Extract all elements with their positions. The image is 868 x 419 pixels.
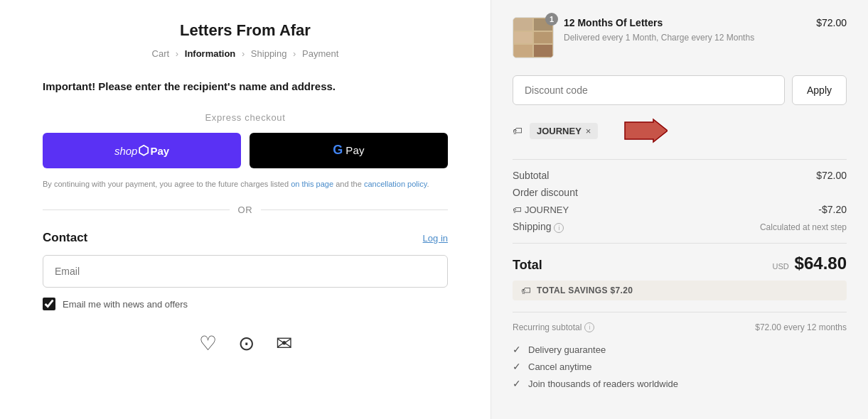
shop-pay-button[interactable]: shop⬡Pay	[43, 133, 241, 168]
discount-input[interactable]	[513, 75, 785, 105]
discount-code-line: 🏷 JOURNEY -$7.20	[513, 204, 847, 215]
subtotal-line: Subtotal $72.00	[513, 170, 847, 181]
divider-1	[513, 159, 847, 160]
discount-tag-icon-small: 🏷	[513, 205, 522, 215]
terms-link[interactable]: on this page	[291, 180, 333, 188]
express-checkout-label: Express checkout	[43, 112, 448, 123]
checkbox-row: Email me with news and offers	[43, 298, 448, 310]
news-checkbox-label: Email me with news and offers	[63, 299, 188, 310]
svg-marker-0	[625, 119, 668, 142]
store-title: Letters From Afar	[43, 21, 448, 40]
breadcrumb-sep-2: ›	[242, 48, 245, 59]
important-notice: Important! Please enter the recipient's …	[43, 79, 448, 95]
icons-row: ♡ ⊙ ✉	[43, 332, 448, 355]
total-value-group: USD $64.80	[772, 254, 847, 273]
guarantee-readers: ✓ Join thousands of readers worldwide	[513, 378, 847, 389]
order-discount-label: Order discount	[513, 187, 578, 198]
product-image-wrap: 1	[513, 17, 554, 58]
breadcrumb-payment[interactable]: Payment	[302, 48, 338, 59]
subtotal-label: Subtotal	[513, 170, 549, 181]
guarantee-delivery-text: Delivery guarantee	[528, 344, 606, 355]
divider-2	[513, 243, 847, 244]
terms-text: By continuing with your payment, you agr…	[43, 178, 448, 191]
cancellation-link[interactable]: cancellation policy	[364, 180, 427, 188]
breadcrumb-sep-1: ›	[176, 48, 178, 59]
breadcrumb-shipping[interactable]: Shipping	[251, 48, 287, 59]
code-badge: JOURNEY ×	[530, 123, 598, 139]
applied-code-text: JOURNEY	[537, 126, 582, 136]
discount-code-name: JOURNEY	[525, 205, 569, 215]
heart-icon: ♡	[199, 332, 217, 355]
subtotal-value: $72.00	[816, 170, 847, 181]
guarantee-readers-text: Join thousands of readers worldwide	[528, 379, 678, 389]
recurring-label: Recurring subtotal i	[513, 322, 594, 332]
remove-code-button[interactable]: ×	[586, 126, 591, 136]
contact-label: Contact	[43, 231, 87, 245]
shop-pay-logo: shop⬡Pay	[114, 143, 169, 158]
product-meta: Delivered every 1 Month, Charge every 12…	[564, 31, 806, 44]
contact-header: Contact Log in	[43, 231, 448, 245]
email-input[interactable]	[43, 255, 448, 288]
breadcrumb: Cart › Information › Shipping › Payment	[43, 48, 448, 59]
check-cancel-icon: ✓	[513, 361, 521, 372]
breadcrumb-information: Information	[185, 48, 236, 59]
applied-code-row: 🏷 JOURNEY ×	[513, 116, 847, 145]
recurring-info-icon[interactable]: i	[584, 322, 594, 332]
savings-text: TOTAL SAVINGS $7.20	[537, 285, 633, 295]
total-line: Total USD $64.80	[513, 254, 847, 273]
google-pay-button[interactable]: G Pay	[250, 133, 448, 168]
check-readers-icon: ✓	[513, 378, 521, 389]
shipping-line: Shipping i Calculated at next step	[513, 221, 847, 233]
left-panel: Letters From Afar Cart › Information › S…	[0, 0, 491, 419]
express-buttons: shop⬡Pay G Pay	[43, 133, 448, 168]
smiley-icon: ⊙	[238, 332, 254, 355]
guarantee-cancel-text: Cancel anytime	[528, 361, 592, 372]
product-name: 12 Months Of Letters	[564, 17, 806, 28]
img-cell-1	[513, 18, 533, 31]
arrow-annotation	[611, 116, 668, 145]
savings-tag-icon: 🏷	[521, 285, 531, 296]
product-row: 1 12 Months Of Letters Delivered every 1…	[513, 17, 847, 58]
savings-badge: 🏷 TOTAL SAVINGS $7.20	[513, 281, 847, 300]
guarantee-delivery: ✓ Delivery guarantee	[513, 344, 847, 355]
discount-row: Apply	[513, 75, 847, 105]
divider-3	[513, 312, 847, 312]
total-currency: USD	[772, 262, 788, 271]
discount-amount: -$7.20	[818, 204, 847, 215]
right-panel: 1 12 Months Of Letters Delivered every 1…	[491, 0, 868, 419]
img-cell-3	[513, 31, 533, 45]
total-label: Total	[513, 258, 542, 273]
shipping-label: Shipping i	[513, 221, 564, 233]
or-label: OR	[238, 205, 253, 215]
or-divider: OR	[43, 205, 448, 215]
product-info: 12 Months Of Letters Delivered every 1 M…	[564, 17, 806, 44]
shipping-value: Calculated at next step	[760, 222, 847, 232]
product-price: $72.00	[816, 17, 847, 28]
product-badge: 1	[545, 13, 558, 26]
total-amount: $64.80	[795, 254, 847, 273]
recurring-value: $72.00 every 12 months	[755, 322, 847, 332]
img-cell-6	[533, 44, 553, 58]
news-checkbox[interactable]	[43, 298, 55, 310]
shipping-info-icon[interactable]: i	[554, 223, 564, 233]
guarantees: ✓ Delivery guarantee ✓ Cancel anytime ✓ …	[513, 344, 847, 389]
recurring-line: Recurring subtotal i $72.00 every 12 mon…	[513, 322, 847, 332]
order-discount-line: Order discount	[513, 187, 847, 198]
img-cell-5	[513, 44, 533, 58]
google-g-logo: G	[333, 143, 343, 158]
gpay-text: Pay	[345, 144, 364, 156]
check-delivery-icon: ✓	[513, 344, 521, 355]
tag-icon: 🏷	[513, 125, 523, 136]
envelope-icon: ✉	[276, 332, 292, 355]
discount-code-tag: 🏷 JOURNEY	[513, 205, 569, 215]
breadcrumb-sep-3: ›	[293, 48, 296, 59]
guarantee-cancel: ✓ Cancel anytime	[513, 361, 847, 372]
breadcrumb-cart[interactable]: Cart	[152, 48, 170, 59]
apply-button[interactable]: Apply	[792, 75, 847, 105]
img-cell-4	[533, 31, 553, 45]
login-link[interactable]: Log in	[423, 233, 448, 244]
